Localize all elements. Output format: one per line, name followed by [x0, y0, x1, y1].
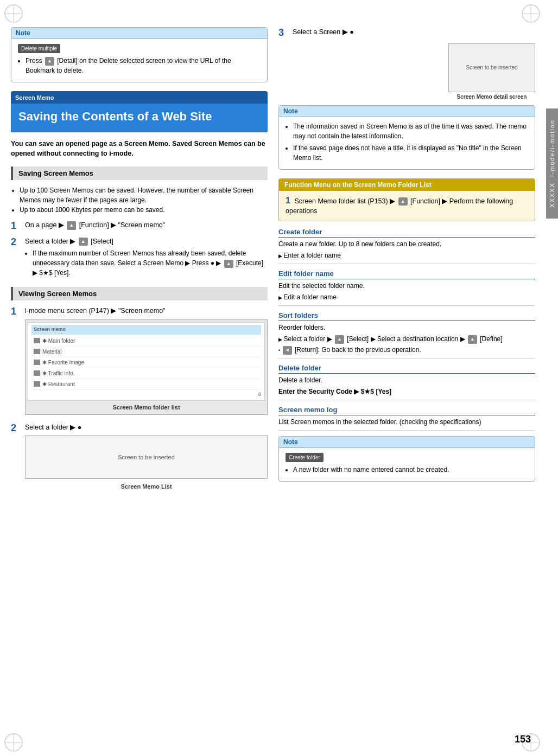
edit-folder-desc: Edit the selected folder name. — [278, 281, 535, 291]
screen-memo-list-insert: Screen to be inserted — [25, 435, 268, 479]
right-note-content: The information saved in Screen Memo is … — [279, 117, 535, 169]
page-number: 153 — [515, 734, 531, 745]
sort-folders-section: Sort folders Reorder folders. Select a f… — [278, 311, 535, 355]
edit-folder-title: Edit folder name — [278, 270, 535, 279]
folder-row-image: ✱ Favorite image — [31, 357, 261, 368]
saving-step-1-num: 1 — [11, 220, 23, 232]
saving-bullet-2: Up to about 1000 Kbytes per memo can be … — [20, 205, 268, 215]
create-folder-body: Create a new folder. Up to 8 new folders… — [278, 239, 535, 260]
create-folder-item: Enter a folder name — [278, 251, 535, 260]
step-3-insert-screen: Screen to be inserted — [448, 43, 535, 92]
create-folder-note-tag: Create folder — [286, 453, 324, 462]
screen-memo-section: Screen Memo Saving the Contents of a Web… — [11, 91, 268, 132]
viewing-step-1-content: i-mode menu screen (P147) ▶ "Screen memo… — [25, 306, 268, 418]
bottom-note-content: Create folder A new folder with no name … — [279, 448, 535, 481]
screen-memo-tag-label: Screen Memo — [15, 94, 54, 101]
saving-bullet-1: Up to 100 Screen Memos can be saved. How… — [20, 185, 268, 205]
step-3-content: Select a Screen ▶ ● — [293, 27, 535, 37]
divider-5 — [278, 430, 535, 431]
folder-icon-image — [34, 360, 40, 365]
saving-step-2-sub: If the maximum number of Screen Memos ha… — [33, 248, 268, 278]
viewing-step-2: 2 Select a folder ▶ ● Screen to be inser… — [11, 422, 268, 491]
saving-step-2: 2 Select a folder ▶ ▲ [Select] If the ma… — [11, 236, 268, 280]
step-3: 3 Select a Screen ▶ ● — [278, 27, 535, 39]
screen-memo-list-caption: Screen Memo List — [25, 482, 268, 491]
create-folder-title: Create folder — [278, 228, 535, 238]
screen-memo-log-desc: List Screen memos in the selected folder… — [278, 417, 535, 427]
folder-row-material: Material — [31, 347, 261, 357]
function-menu-content: 1 Screen Memo folder list (P153) ▶ ▲ [Fu… — [279, 191, 535, 221]
folder-icon-restaurant — [34, 381, 40, 387]
screen-memo-log-section: Screen memo log List Screen memos in the… — [278, 406, 535, 427]
note-content-delete: Delete multiple Press ▲ [Detail] on the … — [11, 39, 267, 82]
right-note-item-2: If the saved page does not have a title,… — [293, 143, 528, 163]
function-menu-step-1-num: 1 — [286, 196, 290, 205]
sort-folders-title: Sort folders — [278, 311, 535, 321]
function-menu-box: Function Menu on the Screen Memo Folder … — [278, 178, 535, 222]
screen-memo-title: Saving the Contents of a Web Site — [18, 109, 260, 125]
delete-folder-body: Delete a folder. Enter the Security Code… — [278, 375, 535, 396]
delete-folder-desc: Delete a folder. — [278, 375, 535, 385]
screen-memo-title-box: Saving the Contents of a Web Site — [11, 104, 268, 132]
folder-row-traffic: ✱ Traffic info. — [31, 368, 261, 379]
sort-folders-desc: Reorder folders. — [278, 323, 535, 332]
folder-icon-material — [34, 349, 40, 354]
right-column: 3 Select a Screen ▶ ● Screen to be inser… — [278, 27, 535, 496]
right-note-box: Note The information saved in Screen Mem… — [278, 105, 535, 170]
folder-icon-traffic — [34, 370, 40, 376]
saving-bullets: Up to 100 Screen Memos can be saved. How… — [20, 185, 268, 215]
divider-1 — [278, 264, 535, 264]
sort-folders-body: Reorder folders. Select a folder ▶ ▲ [Se… — [278, 323, 535, 355]
side-tab-label: i-mode/i-motion — [549, 119, 555, 177]
right-note-item-1: The information saved in Screen Memo is … — [293, 121, 528, 141]
screen-memo-tag-bar: Screen Memo — [11, 91, 268, 104]
side-tab-xxxx: XXXXX — [549, 182, 555, 208]
screen-memo-log-body: List Screen memos in the selected folder… — [278, 417, 535, 427]
step-3-num: 3 — [278, 27, 290, 39]
folder-list-image: Screen memo ✱ Main folder Material ✱ Fav… — [25, 319, 268, 415]
step-3-insert-text: Screen to be inserted — [466, 65, 517, 71]
corner-decoration-bl — [3, 732, 24, 753]
saving-step-1: 1 On a page ▶ ▲ [Function] ▶ "Screen mem… — [11, 220, 268, 232]
saving-step-2-num: 2 — [11, 236, 23, 248]
corner-decoration-tr — [520, 3, 542, 24]
sort-folders-item-2: ◄ [Return]: Go back to the previous oper… — [278, 345, 535, 355]
divider-3 — [278, 358, 535, 358]
function-icon-2: ▲ — [79, 238, 88, 246]
note-header-delete: Note — [11, 28, 267, 39]
right-note-header: Note — [279, 106, 535, 117]
edit-folder-section: Edit folder name Edit the selected folde… — [278, 270, 535, 302]
divider-2 — [278, 305, 535, 306]
function-menu-step-1: 1 Screen Memo folder list (P153) ▶ ▲ [Fu… — [286, 195, 528, 217]
side-tab: i-mode/i-motion XXXXX — [546, 108, 558, 219]
execute-icon: ▲ — [224, 260, 233, 268]
viewing-section-header: Viewing Screen Memos — [11, 287, 268, 300]
edit-folder-item: Edit a folder name — [278, 292, 535, 302]
bottom-note-box: Note Create folder A new folder with no … — [278, 436, 535, 482]
folder-list-title-bar: Screen memo — [31, 325, 261, 335]
left-column: Note Delete multiple Press ▲ [Detail] on… — [11, 27, 268, 496]
folder-list-counter: 0 — [31, 390, 261, 399]
delete-folder-section: Delete folder Delete a folder. Enter the… — [278, 364, 535, 396]
step-3-insert-caption: Screen Memo detail screen — [448, 94, 535, 100]
bottom-note-item-1: A new folder with no name entered cannot… — [293, 465, 528, 475]
viewing-step-2-num: 2 — [11, 422, 23, 434]
create-folder-desc: Create a new folder. Up to 8 new folders… — [278, 239, 535, 249]
screen-memo-log-title: Screen memo log — [278, 406, 535, 415]
saving-section-header: Saving Screen Memos — [11, 166, 268, 180]
function-icon-1: ▲ — [67, 221, 76, 230]
corner-decoration-tl — [3, 3, 24, 24]
sort-folders-item-1: Select a folder ▶ ▲ [Select] ▶ Select a … — [278, 334, 535, 344]
folder-row-main: ✱ Main folder — [31, 336, 261, 347]
folder-list-caption: Screen Memo folder list — [28, 403, 265, 412]
function-menu-header: Function Menu on the Screen Memo Folder … — [279, 179, 535, 191]
viewing-step-2-content: Select a folder ▶ ● Screen to be inserte… — [25, 422, 268, 491]
folder-icon-main — [34, 338, 40, 343]
bottom-note-header: Note — [279, 437, 535, 448]
folder-list-inner: Screen memo ✱ Main folder Material ✱ Fav… — [28, 322, 265, 401]
folder-row-restaurant: ✱ Restaurant — [31, 379, 261, 390]
viewing-step-1: 1 i-mode menu screen (P147) ▶ "Screen me… — [11, 306, 268, 418]
intro-text: You can save an opened page as a Screen … — [11, 139, 268, 159]
delete-multiple-note: Note Delete multiple Press ▲ [Detail] on… — [11, 27, 268, 82]
select-icon-sort: ▲ — [335, 335, 344, 344]
